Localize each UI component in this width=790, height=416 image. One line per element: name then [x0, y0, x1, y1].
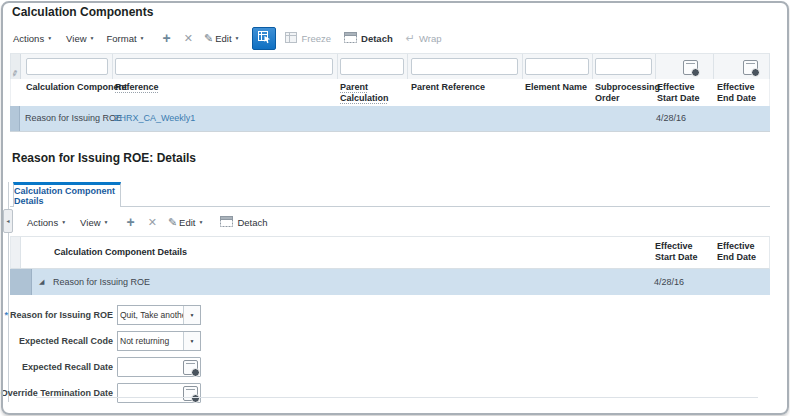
column-header-parent-reference: Parent Reference — [411, 82, 521, 93]
details-cell-effective-start-date: 4/28/16 — [654, 269, 684, 295]
details-column-header-name: Calculation Component Details — [54, 237, 187, 268]
form-row-expected-recall-code: Expected Recall Code Not returning ▼ — [0, 331, 400, 352]
column-header-effective-start-date: Effective Start Date — [657, 82, 711, 104]
details-view-menu-label: View — [80, 217, 100, 228]
wrap-button[interactable]: ↵ Wrap — [406, 32, 442, 45]
filter-pencil-icon: ✎ — [9, 69, 20, 78]
filter-input-element-name[interactable] — [525, 58, 589, 75]
add-row-button[interactable]: + — [163, 30, 171, 46]
details-detach-button[interactable]: Detach — [220, 216, 267, 229]
column-header-element-name: Element Name — [525, 82, 595, 93]
detach-button[interactable]: Detach — [344, 32, 393, 45]
freeze-button[interactable]: Freeze — [285, 32, 331, 45]
column-header-subprocessing-order: Subprocessing Order — [595, 82, 657, 104]
column-header-effective-end-date: Effective End Date — [717, 82, 767, 104]
required-marker: * — [4, 310, 8, 320]
chevron-down-icon: ▼ — [140, 35, 145, 41]
calculation-components-page: Calculation Components Actions ▼ View ▼ … — [0, 0, 790, 416]
table-bottom-border — [10, 131, 770, 132]
page-title: Calculation Components — [12, 5, 153, 19]
expected-recall-code-select[interactable]: Not returning ▼ — [117, 331, 201, 351]
chevron-down-icon: ▼ — [198, 219, 203, 225]
filter-effective-start-date-picker-icon[interactable] — [683, 60, 698, 75]
field-label: Expected Recall Date — [0, 357, 113, 377]
edit-pencil-icon: ✎ — [168, 216, 177, 229]
toolbar-details: Actions ▼ View ▼ + ✕ ✎ Edit ▼ Detach — [27, 211, 268, 233]
format-menu-label: Format — [106, 33, 136, 44]
details-section-title: Reason for Issuing ROE: Details — [12, 151, 196, 165]
column-header-calculation-component: Calculation Component — [26, 82, 116, 93]
cell-effective-start-date: 4/28/16 — [656, 106, 686, 131]
details-edit-menu-label: Edit — [179, 217, 195, 228]
actions-menu-button[interactable]: Actions ▼ — [13, 33, 52, 44]
details-cell-name: Reason for Issuing ROE — [53, 269, 150, 295]
freeze-label: Freeze — [301, 33, 331, 44]
details-add-row-button[interactable]: + — [126, 214, 134, 230]
freeze-grid-icon — [285, 32, 297, 45]
override-termination-date-picker-icon[interactable] — [183, 386, 198, 401]
chevron-down-icon: ▼ — [104, 219, 109, 225]
wrap-icon: ↵ — [406, 32, 415, 45]
chevron-down-icon: ▼ — [47, 35, 52, 41]
select-value: Quit, Take another job — [118, 306, 183, 324]
details-bottom-border — [36, 397, 758, 398]
filter-input-parent-reference[interactable] — [411, 58, 518, 75]
details-table-header-row: Calculation Component Details Effective … — [10, 236, 770, 269]
cell-reference-link[interactable]: ZHRX_CA_Weekly1 — [114, 106, 195, 131]
edit-menu-label: Edit — [215, 33, 231, 44]
details-column-header-effective-start-date: Effective Start Date — [655, 241, 709, 263]
field-label: Override Termination Date — [0, 383, 113, 403]
filter-row: ✎ — [10, 53, 770, 79]
column-header-reference[interactable]: Reference — [115, 82, 235, 93]
wrap-label: Wrap — [419, 33, 442, 44]
details-delete-row-button[interactable]: ✕ — [148, 216, 157, 229]
details-actions-menu-label: Actions — [27, 217, 58, 228]
chevron-down-icon: ▼ — [183, 306, 200, 324]
filter-input-subprocessing-order[interactable] — [595, 58, 652, 75]
chevron-down-icon: ▼ — [183, 332, 200, 350]
collapse-left-icon: ◄ — [6, 218, 11, 224]
table-header-row: Calculation Component Reference Parent C… — [10, 79, 770, 106]
detach-window-icon — [344, 32, 357, 45]
edit-pencil-icon: ✎ — [204, 32, 213, 45]
query-by-example-toggle-button[interactable] — [252, 27, 276, 50]
details-row-header-cell — [10, 269, 32, 295]
edit-menu-button[interactable]: ✎ Edit ▼ — [204, 32, 240, 45]
chevron-down-icon: ▼ — [235, 35, 240, 41]
details-detach-label: Detach — [237, 217, 267, 228]
select-value: Not returning — [118, 332, 183, 350]
detach-label: Detach — [361, 33, 393, 44]
view-menu-label: View — [66, 33, 86, 44]
reason-for-issuing-roe-select[interactable]: Quit, Take another job ▼ — [117, 305, 201, 325]
toolbar-calculation-components: Actions ▼ View ▼ Format ▼ + ✕ ✎ Edit ▼ — [13, 27, 442, 49]
row-expanded-icon[interactable]: ◢ — [39, 269, 44, 295]
details-edit-menu-button[interactable]: ✎ Edit ▼ — [168, 216, 204, 229]
query-by-example-icon — [258, 31, 271, 46]
view-menu-button[interactable]: View ▼ — [66, 33, 94, 44]
delete-row-button[interactable]: ✕ — [184, 32, 193, 45]
filter-input-reference[interactable] — [115, 58, 333, 75]
field-label: Expected Recall Code — [0, 331, 113, 351]
filter-corner-cell: ✎ — [11, 54, 21, 79]
actions-menu-label: Actions — [13, 33, 44, 44]
tab-label: Calculation Component Details — [14, 186, 120, 206]
filter-effective-end-date-picker-icon[interactable] — [743, 60, 758, 75]
details-column-header-effective-end-date: Effective End Date — [717, 241, 767, 263]
details-view-menu-button[interactable]: View ▼ — [80, 217, 108, 228]
tab-calculation-component-details[interactable]: Calculation Component Details — [13, 182, 121, 207]
detach-window-icon — [220, 216, 233, 229]
cell-calculation-component: Reason for Issuing ROE — [25, 106, 122, 131]
panel-collapse-button[interactable]: ◄ — [3, 209, 13, 233]
table-row-selected[interactable]: Reason for Issuing ROE ZHRX_CA_Weekly1 4… — [10, 106, 770, 131]
details-table-row-selected[interactable]: ◢ Reason for Issuing ROE 4/28/16 — [10, 269, 770, 295]
chevron-down-icon: ▼ — [90, 35, 95, 41]
details-actions-menu-button[interactable]: Actions ▼ — [27, 217, 66, 228]
filter-input-parent-calculation-component[interactable] — [340, 58, 404, 75]
form-row-reason-for-issuing-roe: *Reason for Issuing ROE Quit, Take anoth… — [0, 305, 400, 326]
tab-bar-border — [10, 206, 770, 207]
filter-input-calculation-component[interactable] — [26, 58, 108, 75]
expected-recall-date-picker-icon[interactable] — [183, 360, 198, 375]
format-menu-button[interactable]: Format ▼ — [106, 33, 144, 44]
form-row-override-termination-date: Override Termination Date — [0, 383, 400, 404]
row-header-cell — [10, 106, 20, 131]
